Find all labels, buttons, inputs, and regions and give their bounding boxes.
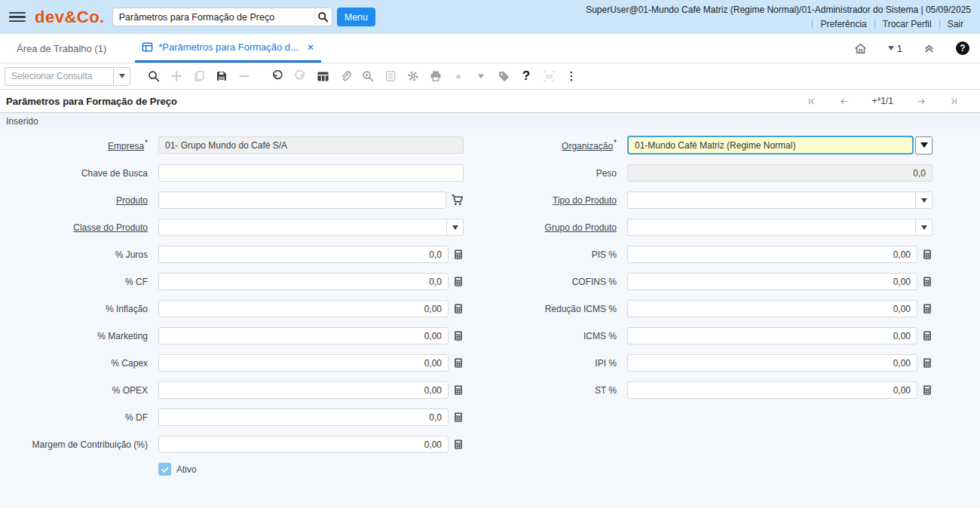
search-icon (148, 70, 160, 82)
check-icon (161, 465, 170, 474)
find-record-button[interactable] (142, 66, 165, 87)
pis-calculator-button[interactable] (922, 249, 933, 260)
chave-de-busca-field[interactable] (158, 164, 464, 182)
previous-record-button[interactable] (839, 96, 850, 106)
cofins-field[interactable] (627, 273, 917, 290)
home-button[interactable] (853, 41, 868, 56)
icms-calculator-button[interactable] (922, 330, 933, 341)
margem-contribuicao-field[interactable] (158, 436, 449, 453)
help-button[interactable]: ? (956, 41, 969, 55)
detail-record-button[interactable] (470, 66, 492, 87)
label-button[interactable] (492, 66, 515, 87)
organizacao-label: Organização* (468, 139, 623, 151)
cf-field[interactable] (158, 273, 449, 290)
search-button[interactable] (314, 8, 332, 26)
undo-button[interactable] (266, 66, 289, 87)
produto-field[interactable] (158, 191, 446, 209)
refresh-button[interactable] (289, 66, 311, 87)
grid-toggle-button[interactable] (311, 66, 334, 87)
calculator-icon (922, 276, 933, 287)
tipo-do-produto-dropdown-button[interactable] (915, 191, 933, 209)
cf-calculator-button[interactable] (453, 276, 464, 287)
classe-do-produto-field[interactable] (158, 219, 446, 236)
chevron-down-icon (119, 74, 125, 78)
classe-do-produto-dropdown-button[interactable] (446, 219, 464, 236)
open-window-count: 1 (897, 43, 902, 54)
inflacao-calculator-button[interactable] (453, 303, 464, 314)
tag-icon (498, 70, 510, 82)
next-record-button[interactable] (916, 96, 926, 106)
icms-field[interactable] (627, 327, 917, 344)
inflacao-field[interactable] (158, 300, 449, 317)
margem-contribuicao-label: Margem de Contribuição (%) (0, 439, 154, 450)
calculator-icon (922, 384, 933, 396)
question-mark-icon: ? (960, 43, 965, 54)
opex-field[interactable] (158, 381, 449, 399)
st-label: ST % (468, 385, 623, 396)
double-chevron-up-icon (923, 42, 936, 55)
window-help-button[interactable]: ? (515, 66, 537, 87)
parent-record-button[interactable] (447, 66, 470, 87)
saved-query-dropdown-button[interactable] (113, 67, 130, 86)
st-field[interactable] (627, 381, 917, 399)
marketing-field[interactable] (158, 327, 449, 344)
new-record-button[interactable] (165, 66, 188, 87)
last-record-button[interactable] (949, 96, 959, 106)
calculator-icon (453, 439, 464, 450)
window-list-selector[interactable]: 1 (888, 43, 902, 54)
st-calculator-button[interactable] (922, 384, 933, 396)
calculator-icon (922, 249, 933, 260)
marketing-calculator-button[interactable] (453, 330, 464, 341)
collapse-header-button[interactable] (923, 42, 936, 55)
peso-label: Peso (468, 168, 623, 179)
more-actions-button[interactable]: ⋮ (560, 66, 583, 87)
juros-calculator-button[interactable] (453, 249, 464, 260)
record-status-bar: Inserido (0, 113, 980, 129)
df-field[interactable] (158, 409, 449, 426)
zoom-across-button[interactable] (357, 66, 379, 87)
hamburger-menu-icon[interactable] (9, 12, 26, 23)
grupo-do-produto-dropdown-button[interactable] (915, 219, 933, 236)
menu-button[interactable]: Menu (337, 8, 375, 26)
ipi-field[interactable] (627, 354, 917, 372)
report-button[interactable] (379, 66, 402, 87)
tab-workspace[interactable]: Área de Trabalho (1) (14, 34, 109, 63)
copy-record-button[interactable] (188, 66, 210, 87)
cofins-calculator-button[interactable] (922, 276, 933, 287)
capex-calculator-button[interactable] (453, 357, 464, 369)
preference-link[interactable]: Preferência (813, 18, 874, 31)
saved-query-input[interactable] (5, 67, 113, 86)
process-button[interactable] (402, 66, 424, 87)
pis-field[interactable] (627, 246, 917, 263)
classe-do-produto-label: Classe do Produto (0, 222, 154, 233)
saved-query-combobox[interactable] (5, 67, 130, 86)
produto-search-button[interactable] (451, 194, 464, 207)
delete-record-button[interactable] (233, 66, 256, 87)
save-button[interactable] (210, 66, 233, 87)
chevron-down-icon (921, 198, 927, 203)
margem-contribuicao-calculator-button[interactable] (453, 439, 464, 450)
calculator-icon (453, 412, 464, 423)
tipo-do-produto-field[interactable] (627, 191, 915, 209)
attachment-button[interactable] (334, 66, 357, 87)
switch-profile-link[interactable]: Trocar Perfil (875, 18, 939, 31)
barcode-button[interactable] (537, 66, 560, 87)
opex-calculator-button[interactable] (453, 384, 464, 396)
juros-field[interactable] (158, 246, 449, 263)
global-search-input[interactable] (112, 8, 314, 26)
ipi-calculator-button[interactable] (922, 357, 933, 369)
reducao-icms-calculator-button[interactable] (922, 303, 933, 314)
close-tab-icon[interactable]: ✕ (307, 42, 314, 53)
organizacao-dropdown-button[interactable] (915, 136, 933, 155)
logout-link[interactable]: Sair (940, 18, 971, 31)
first-record-button[interactable] (807, 96, 816, 106)
df-calculator-button[interactable] (453, 412, 464, 423)
capex-label: % Capex (0, 358, 154, 369)
organizacao-field[interactable] (627, 136, 914, 155)
reducao-icms-field[interactable] (627, 300, 917, 317)
ativo-checkbox[interactable] (158, 463, 171, 476)
grupo-do-produto-field[interactable] (627, 219, 915, 236)
print-button[interactable] (424, 66, 447, 87)
capex-field[interactable] (158, 354, 449, 372)
tab-active-window[interactable]: *Parâmetros para Formação d... ✕ (135, 34, 321, 63)
